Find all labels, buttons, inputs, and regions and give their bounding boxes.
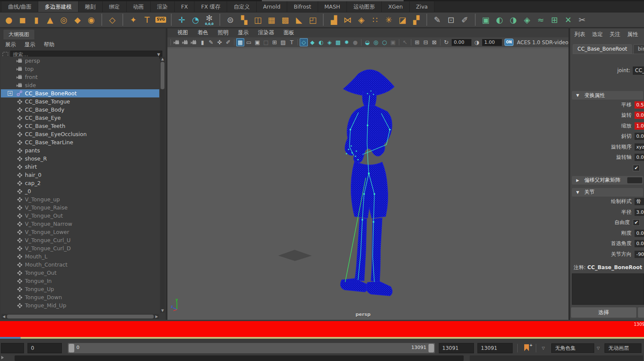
gate-mask-icon[interactable]: □ — [262, 38, 270, 46]
project-curve-icon[interactable]: ◪ — [396, 14, 409, 26]
outliner-item[interactable]: V_Tongue_Out — [1, 212, 159, 220]
outliner-horizontal-scrollbar[interactable]: ◀ ▶ — [2, 314, 159, 319]
gamma-icon[interactable]: ◑ — [473, 38, 481, 46]
poly-torus-icon[interactable]: ◎ — [58, 14, 70, 26]
crease-tool-icon[interactable]: ✎ — [431, 14, 444, 26]
offset-edge-loop-icon[interactable]: ✐ — [459, 14, 471, 26]
wireframe-on-shaded-icon[interactable]: ▩ — [334, 38, 342, 46]
attribute-field[interactable]: 骨骼 — [635, 198, 644, 205]
character-wireframe[interactable] — [326, 65, 412, 306]
outliner-menu-显示[interactable]: 显示 — [24, 41, 35, 49]
attribute-field[interactable]: -90 — [635, 251, 644, 258]
menu-tab-8[interactable]: FX 缓存 — [194, 1, 227, 12]
flip-icon[interactable]: ▞ — [410, 14, 422, 26]
viewport-menu-显示[interactable]: 显示 — [233, 29, 253, 36]
origin-locator-icon[interactable]: ✻0,0,0 — [203, 14, 216, 26]
outliner-item[interactable]: cap_2 — [1, 179, 159, 187]
command-line-input[interactable] — [15, 355, 464, 361]
anim-layer-dropdown-icon[interactable]: ▽ — [597, 346, 600, 350]
outliner-item[interactable]: shose_R — [1, 155, 159, 163]
isolate-select-icon[interactable]: ⊞ — [413, 38, 421, 46]
wireframe-icon[interactable]: ◇ — [300, 38, 308, 46]
smooth-shade-icon[interactable]: ◆ — [308, 38, 316, 46]
grease-pencil-icon[interactable]: ✎ — [207, 38, 215, 46]
scroll-left-icon[interactable]: ◀ — [3, 315, 5, 319]
viewport-menu-视图[interactable]: 视图 — [173, 29, 193, 36]
scroll-right-icon[interactable]: ▶ — [155, 315, 158, 319]
attribute-field[interactable]: xyz — [635, 143, 644, 151]
ae-tab[interactable]: CC_Base_BoneRoot — [573, 44, 632, 54]
outliner-item[interactable]: shirt — [1, 163, 159, 171]
uv-planar-icon[interactable]: ▣ — [480, 14, 492, 26]
bevel-icon[interactable]: ◈ — [355, 14, 368, 26]
outliner-menu-帮助[interactable]: 帮助 — [44, 41, 55, 49]
range-start-handle[interactable] — [69, 344, 74, 352]
menu-tab-7[interactable]: FX — [175, 1, 195, 12]
range-end-handle[interactable] — [428, 344, 434, 352]
character-set-dropdown-icon[interactable]: ▽ — [542, 346, 545, 350]
ae-menu-属性[interactable]: 属性 — [627, 31, 638, 38]
outliner-item[interactable]: V_Tongue_Narrow — [1, 220, 159, 228]
playback-end-field[interactable]: 13091 — [439, 343, 474, 353]
poly-plane-icon[interactable]: ◆ — [71, 14, 84, 26]
textured-icon[interactable]: ◈ — [325, 38, 334, 46]
select-tool-icon[interactable]: ↖ — [401, 38, 409, 46]
menu-tab-9[interactable]: 自定义 — [227, 1, 257, 12]
depth-of-field-icon[interactable]: ▣ — [389, 38, 397, 46]
scrollbar-thumb[interactable] — [161, 62, 164, 89]
menu-tab-2[interactable]: 多边形建模 — [38, 1, 79, 12]
exposure-field[interactable]: 0.00 — [452, 39, 471, 46]
matrix-field[interactable] — [627, 177, 642, 183]
bridge-icon[interactable]: ⋈ — [341, 14, 354, 26]
ae-tab[interactable]: bind — [633, 44, 644, 54]
poly-cube-icon[interactable]: ◼ — [16, 14, 29, 26]
menu-tab-13[interactable]: 运动图形 — [347, 1, 382, 12]
scroll-up-icon[interactable]: ▲ — [160, 57, 165, 61]
super-shape-icon[interactable]: ✦ — [127, 14, 140, 26]
node-name-field[interactable]: CC_B — [633, 67, 644, 75]
uv-cube-mapping-icon[interactable]: ◈ — [521, 14, 533, 26]
time-marker-icon[interactable]: ◔ — [189, 14, 202, 26]
exposure-icon[interactable]: ↻ — [442, 38, 450, 46]
snap-icon[interactable]: ✐ — [224, 38, 232, 46]
attribute-checkbox[interactable]: ✔ — [633, 165, 640, 171]
attribute-field[interactable]: 0.5 — [635, 101, 644, 109]
bookmark-icon[interactable] — [524, 344, 529, 351]
poly-cylinder-icon[interactable]: ▮ — [30, 14, 43, 26]
attribute-field[interactable]: 1.0 — [635, 122, 644, 130]
outliner-item[interactable]: V_Tongue_Curl_D — [1, 244, 159, 252]
poly-sphere-icon[interactable]: ● — [3, 14, 15, 26]
attribute-field[interactable]: 3.0 — [635, 209, 644, 216]
flat-shade-icon[interactable]: ◐ — [317, 38, 325, 46]
outliner-item[interactable]: _0 — [1, 187, 159, 195]
outliner-item[interactable]: CC_Base_Eye — [1, 114, 159, 122]
playback-start-field[interactable]: 0 — [27, 343, 62, 353]
grid-icon[interactable]: ▦ — [236, 38, 244, 46]
outliner-item[interactable]: V_Tongue_Lower — [1, 228, 159, 236]
attribute-checkbox[interactable]: ✔ — [633, 219, 640, 226]
triangulate-icon[interactable]: ◣ — [293, 14, 305, 26]
poly-cone-icon[interactable]: ▲ — [44, 14, 56, 26]
circularize-icon[interactable]: ✳ — [383, 14, 395, 26]
expand-icon[interactable]: + — [8, 91, 12, 96]
menu-tab-15[interactable]: Ziva — [410, 1, 434, 12]
resolution-gate-icon[interactable]: ▣ — [253, 38, 261, 46]
load-attributes-button[interactable] — [638, 307, 644, 318]
menu-tab-6[interactable]: 渲染 — [151, 1, 175, 12]
lock-camera-icon[interactable] — [181, 38, 189, 46]
outliner-item[interactable]: persp — [1, 57, 159, 65]
attribute-field[interactable]: 0.00 — [635, 133, 644, 140]
uv-editor-icon[interactable]: ⊞ — [548, 14, 561, 26]
time-slider[interactable]: 13091 — [0, 321, 644, 337]
motion-blur-icon[interactable]: ◎ — [372, 38, 380, 46]
outliner-item[interactable]: Tongue_Out — [1, 269, 159, 277]
scroll-down-icon[interactable]: ▼ — [160, 309, 165, 312]
outliner-vertical-scrollbar[interactable]: ▲ ▼ — [160, 57, 165, 313]
outliner-item[interactable]: +CC_Base_BoneRoot — [1, 89, 159, 97]
anti-alias-icon[interactable]: ○ — [380, 38, 389, 46]
field-chart-icon[interactable]: ⊞ — [270, 38, 279, 46]
scrollbar-thumb[interactable] — [7, 315, 154, 319]
svg-tool-icon[interactable]: SVG — [155, 14, 167, 26]
select-button[interactable]: 选择 — [571, 307, 636, 318]
outliner-item[interactable]: Mouth_L — [1, 252, 159, 261]
